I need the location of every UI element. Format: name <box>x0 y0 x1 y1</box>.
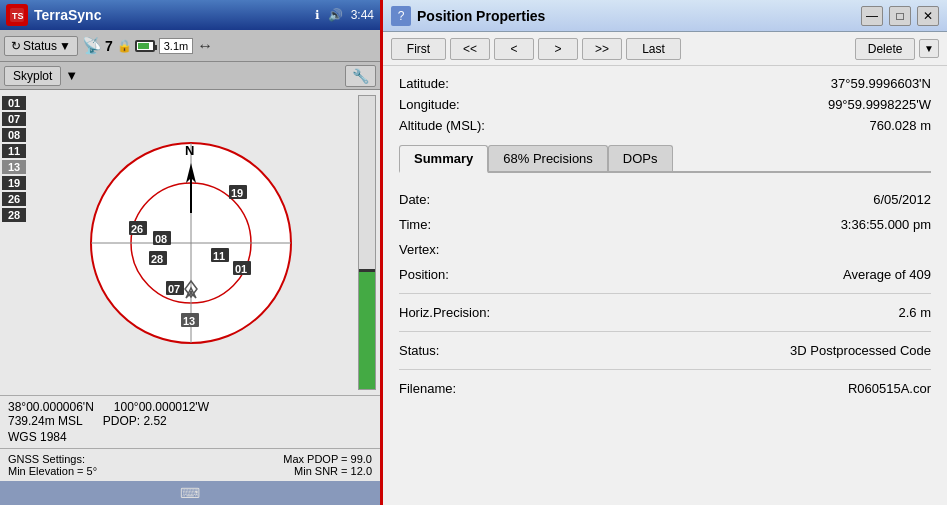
horiz-precision-label: Horiz.Precision: <box>399 305 569 320</box>
altitude-label: Altitude (MSL): <box>399 118 559 133</box>
tab-precisions[interactable]: 68% Precisions <box>488 145 608 171</box>
app-title: TerraSync <box>34 7 309 23</box>
filename-label: Filename: <box>399 381 569 396</box>
skyplot-area: 01 07 08 11 13 19 26 28 <box>0 90 380 448</box>
filename-row: Filename: R060515A.cor <box>399 378 931 399</box>
svg-text:11: 11 <box>213 250 225 262</box>
sat-11: 11 <box>2 144 26 158</box>
coordinates-area: 38°00.000006'N 100°00.000012'W 739.24m M… <box>0 395 380 448</box>
right-panel: ? Position Properties — □ ✕ First << < >… <box>383 0 947 505</box>
tabs-row: Summary 68% Precisions DOPs <box>399 145 931 173</box>
minimize-button[interactable]: — <box>861 6 883 26</box>
info-icon: ℹ <box>315 8 320 22</box>
min-snr: Min SNR = 12.0 <box>294 465 372 477</box>
antenna-icon: 📡 <box>82 36 102 55</box>
vertex-label: Vertex: <box>399 242 569 257</box>
date-value: 6/05/2012 <box>569 192 931 207</box>
status-value: 3D Postprocessed Code <box>569 343 931 358</box>
time-label: Time: <box>399 217 569 232</box>
sync-icon: ↻ <box>11 39 21 53</box>
right-title-bar: ? Position Properties — □ ✕ <box>383 0 947 32</box>
first-button[interactable]: First <box>391 38 446 60</box>
skyplot-circle-area: N 01 07 08 11 <box>28 90 354 395</box>
prev-button[interactable]: < <box>494 38 534 60</box>
summary-tab-content: Date: 6/05/2012 Time: 3:36:55.000 pm Ver… <box>399 181 931 495</box>
horiz-precision-value: 2.6 m <box>569 305 931 320</box>
battery-area: 🔒 <box>117 39 155 53</box>
svg-text:28: 28 <box>151 253 163 265</box>
sat-07: 07 <box>2 112 26 126</box>
close-button[interactable]: ✕ <box>917 6 939 26</box>
sat-count: 7 <box>105 38 113 54</box>
divider3 <box>399 369 931 370</box>
datum-coord: WGS 1984 <box>8 430 67 444</box>
prev-prev-button[interactable]: << <box>450 38 490 60</box>
svg-text:TS: TS <box>12 11 24 21</box>
divider2 <box>399 331 931 332</box>
speaker-icon: 🔊 <box>328 8 343 22</box>
min-elevation: Min Elevation = 5° <box>8 465 97 477</box>
window-title: Position Properties <box>417 8 855 24</box>
delete-button[interactable]: Delete <box>855 38 915 60</box>
position-value: Average of 409 <box>569 267 931 282</box>
gnss-label: GNSS Settings: <box>8 453 85 465</box>
properties-content: Latitude: 37°59.9996603'N Longitude: 99°… <box>383 66 947 505</box>
last-button[interactable]: Last <box>626 38 681 60</box>
latitude-label: Latitude: <box>399 76 559 91</box>
svg-text:N: N <box>185 143 194 158</box>
sat-28: 28 <box>2 208 26 222</box>
svg-text:08: 08 <box>155 233 167 245</box>
filename-value: R060515A.cor <box>569 381 931 396</box>
latitude-value: 37°59.9996603'N <box>559 76 931 91</box>
altitude-row: Altitude (MSL): 760.028 m <box>399 118 931 133</box>
terrasync-logo: TS <box>6 4 28 26</box>
date-label: Date: <box>399 192 569 207</box>
maximize-button[interactable]: □ <box>889 6 911 26</box>
settings-button[interactable]: 🔧 <box>345 65 376 87</box>
pdop-coord: PDOP: 2.52 <box>103 414 167 428</box>
time-value: 3:36:55.000 pm <box>569 217 931 232</box>
tab-dops[interactable]: DOPs <box>608 145 673 171</box>
dropdown-arrow: ▼ <box>65 68 78 83</box>
svg-text:13: 13 <box>183 315 195 327</box>
sat-19: 19 <box>2 176 26 190</box>
altitude-coord: 739.24m MSL <box>8 414 83 428</box>
position-row: Position: Average of 409 <box>399 264 931 285</box>
position-label: Position: <box>399 267 569 282</box>
title-bar: TS TerraSync ℹ 🔊 3:44 <box>0 0 380 30</box>
lock-icon: 🔒 <box>117 39 132 53</box>
longitude-label: Longitude: <box>399 97 559 112</box>
position-icon: ? <box>391 6 411 26</box>
status-bar: ↻ Status ▼ 📡 7 🔒 3.1m ↔ <box>0 30 380 62</box>
horiz-precision-row: Horiz.Precision: 2.6 m <box>399 302 931 323</box>
navigation-toolbar: First << < > >> Last Delete ▼ <box>383 32 947 66</box>
longitude-row: Longitude: 99°59.9998225'W <box>399 97 931 112</box>
next-button[interactable]: > <box>538 38 578 60</box>
delete-dropdown-button[interactable]: ▼ <box>919 39 939 58</box>
left-panel: TS TerraSync ℹ 🔊 3:44 ↻ Status ▼ 📡 7 🔒 3… <box>0 0 383 505</box>
vertex-row: Vertex: <box>399 239 931 260</box>
latitude-coord: 38°00.000006'N <box>8 400 94 414</box>
battery-icon <box>135 40 155 52</box>
sat-08: 08 <box>2 128 26 142</box>
longitude-value: 99°59.9998225'W <box>559 97 931 112</box>
skyplot-svg: N 01 07 08 11 <box>81 133 301 353</box>
dropdown-arrow: ▼ <box>59 39 71 53</box>
skyplot-button[interactable]: Skyplot <box>4 66 61 86</box>
bottom-info: GNSS Settings: Max PDOP = 99.0 Min Eleva… <box>0 448 380 481</box>
svg-text:07: 07 <box>168 283 180 295</box>
altitude-value: 760.028 m <box>559 118 931 133</box>
next-next-button[interactable]: >> <box>582 38 622 60</box>
svg-text:19: 19 <box>231 187 243 199</box>
status-row: Status: 3D Postprocessed Code <box>399 340 931 361</box>
arrow-icon: ↔ <box>197 37 213 55</box>
divider <box>399 293 931 294</box>
tab-summary[interactable]: Summary <box>399 145 488 173</box>
sat-13: 13 <box>2 160 26 174</box>
satellite-list: 01 07 08 11 13 19 26 28 <box>0 90 28 395</box>
clock: 3:44 <box>351 8 374 22</box>
status-button[interactable]: ↻ Status ▼ <box>4 36 78 56</box>
longitude-coord: 100°00.000012'W <box>114 400 209 414</box>
date-row: Date: 6/05/2012 <box>399 189 931 210</box>
keyboard-icon: ⌨ <box>180 485 200 501</box>
